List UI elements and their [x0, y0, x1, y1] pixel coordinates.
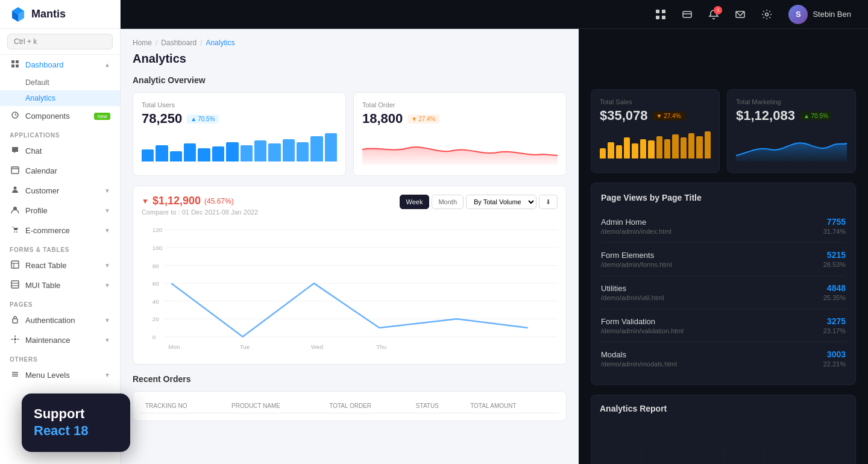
customer-label: Customer: [25, 186, 59, 195]
sales-bar-chart: [600, 128, 711, 158]
pv-name-2: Utilities: [601, 284, 664, 293]
page-title: Analytics: [133, 52, 567, 66]
dark-stats-row: Total Sales $35,078 ▼ 27.4%: [591, 89, 856, 173]
sidebar-item-dashboard[interactable]: Dashboard ▲: [0, 55, 120, 75]
sidebar-sub-analytics[interactable]: Analytics: [0, 90, 120, 106]
dark-badge-marketing: ▲ 70.5%: [800, 111, 832, 121]
sidebar-item-profile[interactable]: Profile ▼: [0, 201, 120, 221]
user-name: Stebin Ben: [813, 10, 851, 19]
svg-rect-27: [662, 16, 665, 19]
download-btn[interactable]: ⬇: [539, 195, 558, 209]
dashboard-icon: [10, 60, 20, 70]
bar: [664, 139, 670, 159]
col-product: PRODUCT NAME: [227, 399, 324, 413]
topbar-gear-icon[interactable]: [757, 5, 776, 24]
topbar-mail-icon[interactable]: [731, 5, 750, 24]
support-banner[interactable]: Support React 18: [22, 393, 130, 452]
bar: [624, 137, 630, 158]
breadcrumb-dashboard[interactable]: Dashboard: [161, 39, 197, 47]
sidebar-item-mui-table[interactable]: MUI Table ▼: [0, 275, 120, 295]
bar: [241, 145, 253, 162]
col-total-order: TOTAL ORDER: [324, 399, 411, 413]
react-table-chevron: ▼: [104, 262, 110, 269]
svg-rect-2: [11, 64, 14, 67]
sidebar-item-chat[interactable]: Chat: [0, 141, 120, 161]
ecommerce-icon: [10, 225, 20, 236]
dark-value-sales: $35,078: [600, 108, 648, 124]
sidebar-item-calendar[interactable]: Calendar: [0, 161, 120, 181]
pv-info-1: Form Elements /demo/admin/forms.html: [601, 251, 672, 268]
sidebar-item-react-table[interactable]: React Table ▼: [0, 256, 120, 275]
pv-pct-1: 28.53%: [823, 261, 846, 268]
sidebar-sub-default[interactable]: Default: [0, 75, 120, 90]
income-value: $1,12,900: [153, 195, 201, 207]
svg-rect-25: [662, 10, 665, 13]
dark-label-sales: Total Sales: [600, 98, 711, 105]
volume-select[interactable]: By Total Volume: [466, 195, 536, 209]
bar: [608, 142, 614, 159]
topbar: 1 S Stebin Ben: [121, 0, 868, 29]
income-pct: (45.67%): [204, 197, 234, 205]
stat-value-users: 78,250: [142, 111, 182, 127]
topbar-apps-icon[interactable]: [651, 5, 670, 24]
col-status: STATUS: [411, 399, 465, 413]
others-section: Others: [0, 350, 120, 365]
sidebar-item-customer[interactable]: Customer ▼: [0, 181, 120, 201]
search-input[interactable]: [7, 34, 113, 49]
pv-name-4: Modals: [601, 350, 677, 359]
pv-path-1: /demo/admin/forms.html: [601, 261, 672, 268]
svg-text:Thu: Thu: [376, 343, 386, 350]
pv-stats-1: 5215 28.53%: [823, 250, 846, 268]
pv-name-1: Form Elements: [601, 251, 672, 260]
bar: [156, 145, 168, 162]
forms-tables-section: Forms & Tables: [0, 240, 120, 256]
pv-path-3: /demo/admin/validation.html: [601, 327, 684, 334]
dark-line-chart: Fri Sat Sun: [600, 421, 847, 464]
btn-week[interactable]: Week: [400, 195, 430, 209]
bar: [688, 133, 694, 159]
svg-text:80: 80: [153, 263, 159, 269]
breadcrumb-sep1: /: [156, 39, 157, 47]
pv-pct-2: 25.35%: [823, 294, 846, 301]
content-area: Home / Dashboard / Analytics Analytics A…: [121, 29, 868, 464]
breadcrumb-home[interactable]: Home: [133, 39, 152, 47]
topbar-user[interactable]: S Stebin Ben: [784, 2, 856, 27]
notification-badge: 1: [714, 6, 722, 14]
auth-chevron: ▼: [104, 317, 110, 324]
topbar-bell-icon[interactable]: 1: [704, 5, 723, 24]
stat-label-orders: Total Order: [362, 101, 558, 108]
bar: [212, 146, 224, 161]
stat-badge-orders: ▼ 27.4%: [407, 114, 439, 124]
components-badge: new: [94, 113, 110, 120]
pv-pct-4: 22.21%: [823, 360, 846, 368]
bar: [681, 137, 687, 158]
maintenance-chevron: ▼: [104, 337, 110, 343]
svg-point-11: [14, 231, 15, 233]
marketing-area-chart: [736, 128, 847, 161]
btn-month[interactable]: Month: [432, 195, 464, 209]
sidebar-item-components[interactable]: Components new: [0, 106, 120, 126]
svg-rect-28: [683, 11, 691, 17]
income-chart-area: 120 100 80 60 40 20 0: [142, 223, 558, 356]
bar: [142, 149, 154, 161]
dark-spacer: [591, 39, 856, 67]
pv-item-4: Modals /demo/admin/modals.html 3003 22.2…: [601, 342, 846, 375]
bar: [632, 143, 638, 158]
topbar-card-icon[interactable]: [678, 5, 697, 24]
chat-label: Chat: [25, 146, 42, 155]
svg-rect-0: [11, 60, 14, 63]
sidebar-item-maintenance[interactable]: Maintenance ▼: [0, 330, 120, 350]
dark-value-marketing: $1,12,083: [736, 108, 795, 124]
sidebar-item-menu-levels[interactable]: Menu Levels ▼: [0, 365, 120, 385]
income-compare: Compare to : 01 Dec 2021-08 Jan 2022: [142, 208, 258, 216]
sidebar-item-ecommerce[interactable]: E-commerce ▼: [0, 221, 120, 240]
pv-pct-0: 31.74%: [823, 228, 846, 235]
sidebar-item-authentication[interactable]: Authentication ▼: [0, 310, 120, 330]
pv-info-3: Form Validation /demo/admin/validation.h…: [601, 317, 684, 334]
menu-levels-icon: [10, 370, 20, 380]
pv-info-0: Admin Home /demo/admin/index.html: [601, 218, 671, 235]
dark-badge-sales: ▼ 27.4%: [653, 111, 685, 121]
pv-count-4: 3003: [823, 350, 846, 359]
stat-label-users: Total Users: [142, 101, 337, 108]
stat-value-row-orders: 18,800 ▼ 27.4%: [362, 111, 558, 127]
